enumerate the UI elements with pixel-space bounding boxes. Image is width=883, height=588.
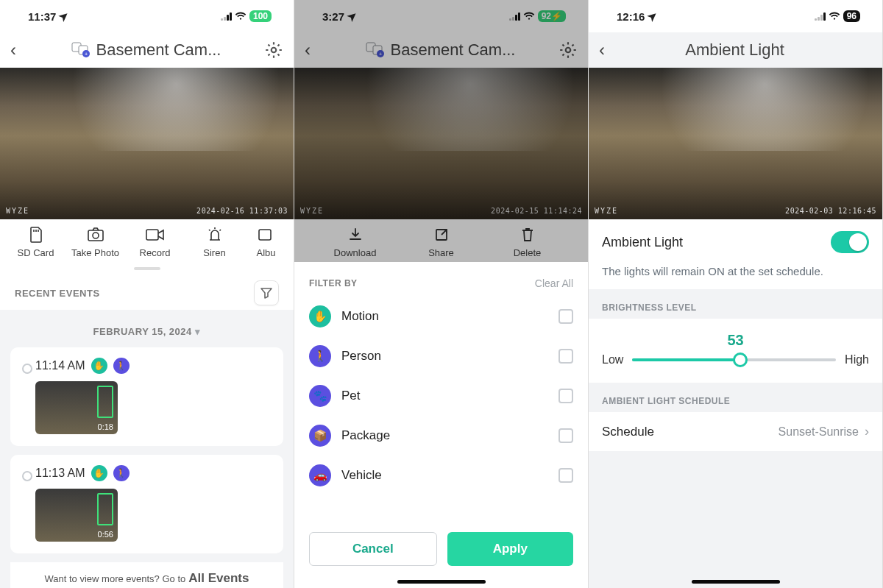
back-button[interactable]: ‹ xyxy=(10,41,28,59)
schedule-label: Schedule xyxy=(602,425,773,439)
nav-bar: ‹ + Basement Cam... xyxy=(294,32,588,68)
download-icon xyxy=(348,227,363,243)
svg-text:+: + xyxy=(84,51,88,57)
svg-point-6 xyxy=(93,233,99,238)
motion-tag-icon: ✋ xyxy=(91,358,107,374)
clear-all-button[interactable]: Clear All xyxy=(535,277,573,289)
person-tag-icon: 🚶 xyxy=(113,465,130,481)
action-label: Download xyxy=(334,247,377,258)
brightness-value: 53 xyxy=(602,332,869,349)
apply-button[interactable]: Apply xyxy=(447,532,574,566)
event-item[interactable]: 11:13 AM ✋ 🚶 0:56 xyxy=(10,455,283,553)
action-siren[interactable]: Siren xyxy=(188,227,242,258)
filter-row-motion[interactable]: ✋ Motion xyxy=(309,297,573,336)
gear-icon xyxy=(264,40,283,60)
action-takephoto[interactable]: Take Photo xyxy=(68,227,123,258)
page-title: + Basement Cam... xyxy=(34,40,258,60)
location-icon: ➤ xyxy=(645,8,661,24)
action-share[interactable]: Share xyxy=(414,227,469,258)
panel-live-view: 11:37 ➤ 100 ‹ + Basement Cam... WYZE 202… xyxy=(0,0,294,588)
action-label: Take Photo xyxy=(71,247,119,258)
home-indicator xyxy=(692,580,780,584)
schedule-row[interactable]: Schedule Sunset-Sunrise › xyxy=(589,412,882,451)
event-time: 11:13 AM xyxy=(35,467,85,480)
more-events-strip[interactable]: Want to view more events? Go to All Even… xyxy=(10,562,283,588)
status-time: 12:16 xyxy=(617,10,645,23)
svg-rect-5 xyxy=(88,230,103,241)
drag-handle[interactable] xyxy=(134,267,160,270)
sdcard-icon xyxy=(29,227,43,243)
back-button[interactable]: ‹ xyxy=(305,41,322,59)
checkbox[interactable] xyxy=(558,468,573,483)
filter-row-pet[interactable]: 🐾 Pet xyxy=(309,376,573,416)
siren-icon xyxy=(207,227,223,243)
page-title: Ambient Light xyxy=(623,40,847,60)
ambient-light-desc: The lights will remain ON at the set sch… xyxy=(589,265,882,289)
panel-filter-sheet: 3:27 ➤ 92⚡ ‹ + Basement Cam... WYZE 2024… xyxy=(294,0,589,588)
camera-multi-icon: + xyxy=(366,41,388,59)
status-time: 3:27 xyxy=(322,10,344,23)
filter-row-person[interactable]: 🚶 Person xyxy=(309,336,573,376)
slider-knob[interactable] xyxy=(733,353,748,367)
event-item[interactable]: 11:14 AM ✋ 🚶 0:18 xyxy=(10,347,283,446)
chevron-down-icon: ▾ xyxy=(195,326,201,337)
motion-icon: ✋ xyxy=(309,305,331,327)
brightness-low-label: Low xyxy=(602,353,623,366)
event-thumbnail[interactable]: 0:18 xyxy=(35,381,118,434)
filter-row-package[interactable]: 📦 Package xyxy=(309,416,573,456)
package-icon: 📦 xyxy=(309,425,331,447)
action-record[interactable]: Record xyxy=(128,227,182,258)
ambient-light-row: Ambient Light xyxy=(589,219,882,265)
ambient-light-toggle[interactable] xyxy=(831,231,869,253)
camera-feed[interactable]: WYZE 2024-02-16 11:37:03 xyxy=(0,68,294,219)
status-time: 11:37 xyxy=(28,10,56,23)
all-events-link[interactable]: All Events xyxy=(188,571,249,586)
camera-icon xyxy=(87,227,104,243)
feed-brand: WYZE xyxy=(6,207,29,215)
camera-multi-icon: + xyxy=(71,41,93,59)
svg-text:+: + xyxy=(378,51,382,57)
cellular-icon xyxy=(815,12,826,21)
event-duration: 0:18 xyxy=(98,422,113,431)
page-title: + Basement Cam... xyxy=(328,40,553,60)
event-duration: 0:56 xyxy=(98,530,113,539)
cancel-button[interactable]: Cancel xyxy=(309,532,437,566)
camera-feed[interactable]: WYZE 2024-02-03 12:16:45 xyxy=(589,68,882,219)
filter-sheet: FILTER BY Clear All ✋ Motion 🚶 Person 🐾 … xyxy=(294,267,588,588)
schedule-title: AMBIENT LIGHT SCHEDULE xyxy=(589,383,882,412)
filter-row-vehicle[interactable]: 🚗 Vehicle xyxy=(309,456,573,495)
battery-pill: 96 xyxy=(843,10,860,22)
clip-action-row: Download Share Delete xyxy=(294,219,588,267)
person-icon: 🚶 xyxy=(309,345,331,367)
wifi-icon xyxy=(235,12,247,21)
filter-button[interactable] xyxy=(254,280,279,305)
settings-button[interactable] xyxy=(558,40,578,60)
brightness-slider[interactable] xyxy=(632,358,836,361)
action-album[interactable]: Albu xyxy=(247,227,286,258)
feed-timestamp: 2024-02-03 12:16:45 xyxy=(785,207,876,215)
wifi-icon xyxy=(829,12,840,21)
event-thumbnail[interactable]: 0:56 xyxy=(35,489,118,542)
battery-pill: 92⚡ xyxy=(538,10,566,22)
checkbox[interactable] xyxy=(558,309,573,324)
events-list[interactable]: FEBRUARY 15, 2024 ▾ 11:14 AM ✋ 🚶 0:18 11… xyxy=(0,310,294,588)
action-sdcard[interactable]: SD Card xyxy=(9,227,63,258)
settings-button[interactable] xyxy=(264,40,283,60)
album-icon xyxy=(258,227,274,243)
funnel-icon xyxy=(260,287,272,299)
action-label: Record xyxy=(140,247,171,258)
camera-feed[interactable]: WYZE 2024-02-15 11:14:24 xyxy=(294,68,588,219)
checkbox[interactable] xyxy=(558,428,573,443)
svg-rect-8 xyxy=(259,230,271,240)
brightness-section: 53 Low High xyxy=(589,319,882,383)
action-label: Delete xyxy=(514,247,542,258)
checkbox[interactable] xyxy=(558,389,573,403)
back-button[interactable]: ‹ xyxy=(599,41,617,59)
motion-tag-icon: ✋ xyxy=(91,465,107,481)
status-bar: 12:16 ➤ 96 xyxy=(589,0,882,32)
action-label: Siren xyxy=(203,247,225,258)
action-download[interactable]: Download xyxy=(328,227,383,258)
action-delete[interactable]: Delete xyxy=(500,227,555,258)
checkbox[interactable] xyxy=(558,349,573,364)
ambient-light-label: Ambient Light xyxy=(602,235,683,250)
